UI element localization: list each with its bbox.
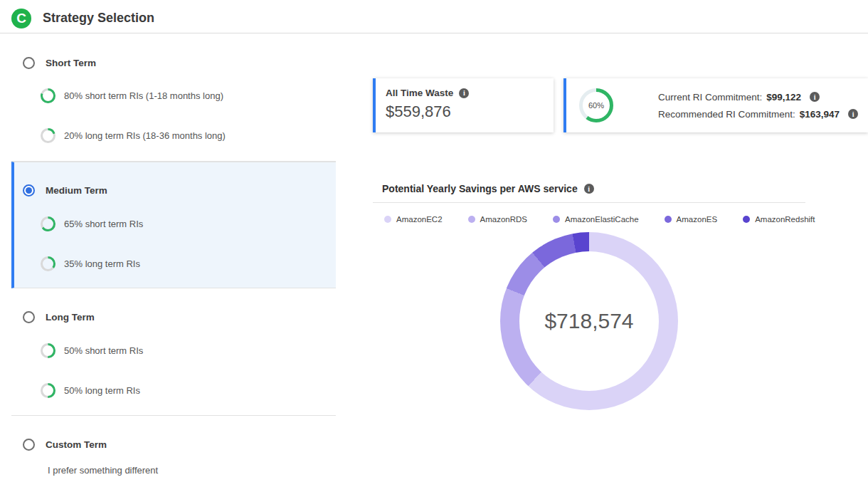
strategy-option-long-term[interactable]: Long Term 50% short term RIs 50% long te…	[11, 288, 336, 416]
chart-legend: AmazonEC2 AmazonRDS AmazonElastiCache Am…	[384, 215, 854, 224]
all-time-waste-card: All Time Waste i $559,876	[373, 78, 554, 132]
radio-long-term[interactable]	[23, 311, 35, 323]
custom-term-description: I prefer something different	[48, 465, 336, 476]
radio-medium-term[interactable]	[23, 184, 35, 197]
chart-title: Potential Yearly Savings per AWS service	[382, 183, 578, 194]
progress-ring-icon	[41, 216, 55, 231]
waste-card-title: All Time Waste	[386, 88, 453, 98]
legend-label: AmazonRedshift	[755, 215, 815, 224]
legend-item[interactable]: AmazonEC2	[384, 215, 443, 224]
strategy-subitem: 65% short term RIs	[41, 216, 336, 231]
gauge-percent-label: 60%	[579, 88, 613, 122]
strategy-selection-screen: C Strategy Selection Short Term 80% shor…	[0, 0, 868, 492]
strategy-subitem: 20% long term RIs (18-36 months long)	[41, 128, 336, 143]
strategy-head-medium-term[interactable]: Medium Term	[23, 184, 336, 197]
legend-item[interactable]: AmazonRedshift	[743, 215, 815, 224]
radio-short-term[interactable]	[23, 57, 35, 69]
legend-dot-icon	[743, 216, 750, 223]
current-ri-label: Current RI Commitment:	[658, 92, 762, 103]
subitem-label: 80% short term RIs (1-18 months long)	[64, 90, 223, 101]
strategy-option-custom-term[interactable]: Custom Term I prefer something different	[11, 416, 336, 492]
progress-ring-icon	[41, 343, 55, 358]
legend-dot-icon	[553, 216, 560, 223]
strategy-option-medium-term[interactable]: Medium Term 65% short term RIs 35% long …	[11, 162, 336, 288]
recommended-ri-value: $163,947	[800, 109, 840, 120]
progress-ring-icon	[41, 383, 55, 398]
strategy-subitem: 35% long term RIs	[41, 256, 336, 271]
current-ri-value: $99,122	[766, 92, 801, 103]
strategy-label: Long Term	[46, 312, 95, 323]
strategy-head-custom-term[interactable]: Custom Term	[23, 438, 336, 451]
chart-title-row: Potential Yearly Savings per AWS service…	[382, 183, 594, 194]
progress-ring-icon	[41, 256, 55, 271]
info-icon[interactable]: i	[848, 109, 858, 119]
strategy-subitem: 50% short term RIs	[41, 343, 336, 358]
legend-label: AmazonEC2	[396, 215, 443, 224]
ri-commitment-card: 60% Current RI Commitment: $99,122 i Rec…	[563, 78, 868, 132]
subitem-label: 20% long term RIs (18-36 months long)	[64, 130, 226, 141]
legend-item[interactable]: AmazonES	[665, 215, 718, 224]
legend-item[interactable]: AmazonRDS	[468, 215, 527, 224]
info-icon[interactable]: i	[459, 88, 469, 98]
strategy-head-long-term[interactable]: Long Term	[23, 310, 336, 323]
strategy-subitem: 80% short term RIs (1-18 months long)	[41, 88, 336, 103]
info-icon[interactable]: i	[584, 184, 594, 194]
recommended-ri-label: Recommended RI Commitment:	[658, 109, 795, 120]
savings-donut-chart[interactable]: $718,574	[500, 232, 678, 410]
legend-label: AmazonRDS	[480, 215, 527, 224]
strategy-option-short-term[interactable]: Short Term 80% short term RIs (1-18 mont…	[11, 43, 336, 162]
strategy-subitem: 50% long term RIs	[41, 383, 336, 398]
current-ri-commitment-row: Current RI Commitment: $99,122 i	[658, 92, 858, 103]
subitem-label: 50% long term RIs	[64, 385, 140, 396]
strategy-label: Medium Term	[46, 185, 107, 196]
subitem-label: 35% long term RIs	[64, 258, 140, 269]
strategy-label: Short Term	[46, 58, 96, 68]
subitem-label: 50% short term RIs	[64, 345, 143, 356]
progress-ring-icon	[41, 128, 55, 143]
legend-dot-icon	[384, 216, 391, 223]
progress-ring-icon	[41, 88, 55, 103]
legend-label: AmazonElastiCache	[565, 215, 639, 224]
waste-card-value: $559,876	[386, 103, 542, 121]
strategy-label: Custom Term	[46, 439, 107, 450]
info-icon[interactable]: i	[810, 92, 820, 102]
legend-item[interactable]: AmazonElastiCache	[553, 215, 639, 224]
commitment-gauge: 60%	[579, 88, 613, 122]
page-title: Strategy Selection	[43, 11, 154, 26]
legend-dot-icon	[468, 216, 475, 223]
app-logo-icon: C	[11, 9, 31, 28]
strategy-head-short-term[interactable]: Short Term	[23, 56, 336, 69]
donut-total-value: $718,574	[544, 309, 633, 333]
legend-dot-icon	[665, 216, 672, 223]
recommended-ri-commitment-row: Recommended RI Commitment: $163,947 i	[658, 109, 858, 120]
chart-divider	[373, 202, 805, 203]
header: C Strategy Selection	[0, 0, 868, 33]
donut-hole: $718,574	[519, 251, 659, 391]
legend-label: AmazonES	[677, 215, 718, 224]
subitem-label: 65% short term RIs	[64, 219, 143, 229]
radio-custom-term[interactable]	[23, 439, 35, 451]
